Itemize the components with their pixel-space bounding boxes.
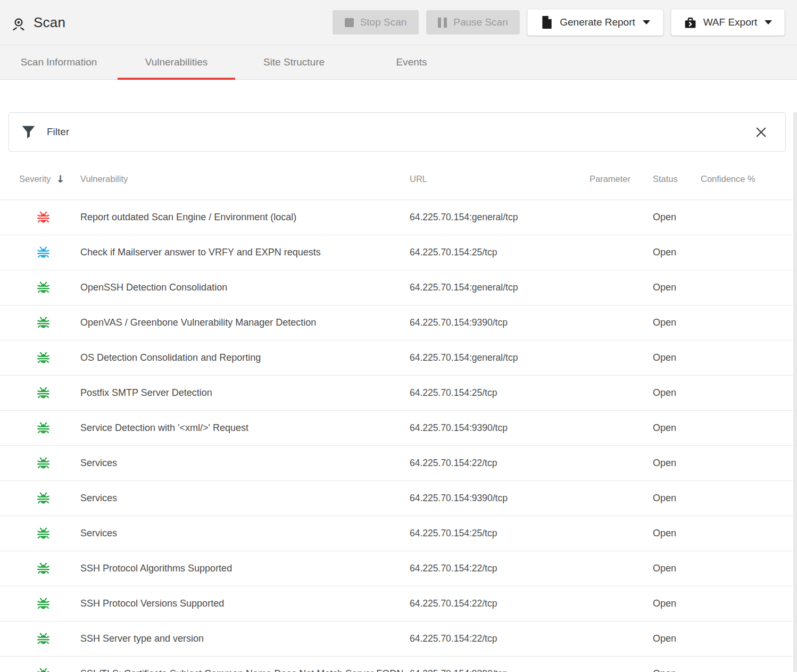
filter-bar[interactable]: Filter xyxy=(9,112,786,152)
severity-cell xyxy=(0,633,80,645)
pause-scan-label: Pause Scan xyxy=(453,16,508,28)
vulnerability-name: Postfix SMTP Server Detection xyxy=(80,387,410,399)
table-row[interactable]: Services 64.225.70.154:9390/tcp Open xyxy=(0,481,797,516)
table-row[interactable]: Report outdated Scan Engine / Environmen… xyxy=(0,200,797,235)
vulnerability-name: Services xyxy=(80,458,410,469)
severity-header-label: Severity xyxy=(19,174,51,184)
bug-icon xyxy=(37,387,49,399)
table-row[interactable]: SSH Protocol Algorithms Supported 64.225… xyxy=(0,551,797,586)
vulnerability-url: 64.225.70.154:9390/tcp xyxy=(410,317,590,328)
severity-cell xyxy=(0,527,80,540)
vulnerability-url: 64.225.70.154:22/tcp xyxy=(410,598,590,609)
bug-icon xyxy=(37,492,49,504)
generate-report-button[interactable]: Generate Report xyxy=(527,9,663,36)
vulnerability-status: Open xyxy=(653,598,701,609)
vulnerability-status: Open xyxy=(653,282,701,293)
vulnerability-status: Open xyxy=(653,352,701,363)
table-header-row: Severity ↓ Vulnerability URL Parameter S… xyxy=(0,152,797,200)
table-row[interactable]: Services 64.225.70.154:22/tcp Open xyxy=(0,446,797,481)
severity-cell xyxy=(0,492,80,504)
table-row[interactable]: SSL/TLS: Certificate Subject Common Name… xyxy=(0,657,797,672)
table-row[interactable]: Service Detection with '<xml/>' Request … xyxy=(0,411,797,446)
table-row[interactable]: OpenSSH Detection Consolidation 64.225.7… xyxy=(0,270,797,305)
waf-export-button[interactable]: WAF Export xyxy=(671,9,785,36)
vulnerability-url: 64.225.70.154:9390/tcp xyxy=(410,668,590,672)
vulnerability-name: OS Detection Consolidation and Reporting xyxy=(80,352,410,363)
severity-cell xyxy=(0,387,80,399)
table-row[interactable]: Services 64.225.70.154:25/tcp Open xyxy=(0,516,797,551)
vulnerability-status: Open xyxy=(653,212,701,223)
scan-target-icon xyxy=(11,14,27,30)
tab-vulnerabilities[interactable]: Vulnerabilities xyxy=(118,45,235,79)
table-row[interactable]: Postfix SMTP Server Detection 64.225.70.… xyxy=(0,376,797,411)
vulnerability-url: 64.225.70.154:22/tcp xyxy=(410,633,590,644)
main-content: Filter Severity ↓ Vulnerability URL Para… xyxy=(0,112,797,672)
vulnerability-name: OpenVAS / Greenbone Vulnerability Manage… xyxy=(80,317,410,328)
vulnerability-url: 64.225.70.154:9390/tcp xyxy=(410,422,590,434)
table-row[interactable]: SSH Server type and version 64.225.70.15… xyxy=(0,621,797,657)
sort-descending-icon: ↓ xyxy=(56,173,65,185)
vulnerability-name: SSH Protocol Algorithms Supported xyxy=(80,563,410,574)
table-row[interactable]: OpenVAS / Greenbone Vulnerability Manage… xyxy=(0,305,797,341)
caret-down-icon xyxy=(765,20,772,24)
pause-icon xyxy=(438,18,447,28)
close-icon xyxy=(755,126,767,138)
vulnerability-status: Open xyxy=(653,633,701,644)
vulnerability-name: SSH Server type and version xyxy=(80,633,410,644)
vulnerability-url: 64.225.70.154:25/tcp xyxy=(410,528,590,539)
tab-events[interactable]: Events xyxy=(353,45,470,79)
vulnerability-status: Open xyxy=(653,247,701,258)
severity-cell xyxy=(0,211,80,223)
clear-filter-button[interactable] xyxy=(753,124,769,140)
stop-icon xyxy=(345,18,354,27)
table-row[interactable]: SSH Protocol Versions Supported 64.225.7… xyxy=(0,586,797,621)
table-row[interactable]: OS Detection Consolidation and Reporting… xyxy=(0,341,797,376)
severity-cell xyxy=(0,281,80,294)
vertical-scrollbar[interactable] xyxy=(793,112,797,672)
vulnerability-status: Open xyxy=(653,387,701,399)
vulnerability-name: SSH Protocol Versions Supported xyxy=(80,598,410,609)
vulnerability-url: 64.225.70.154:25/tcp xyxy=(410,247,590,258)
severity-cell xyxy=(0,422,80,434)
brand: Scan xyxy=(11,14,65,31)
caret-down-icon xyxy=(643,20,650,24)
vulnerability-url: 64.225.70.154:25/tcp xyxy=(410,387,590,399)
stop-scan-button[interactable]: Stop Scan xyxy=(333,10,419,35)
vulnerability-table-body: Report outdated Scan Engine / Environmen… xyxy=(0,200,797,672)
severity-cell xyxy=(0,562,80,575)
topbar-actions: Stop Scan Pause Scan Generate Report xyxy=(333,9,785,36)
bug-icon xyxy=(37,211,49,223)
filter-icon xyxy=(21,125,36,139)
filter-label: Filter xyxy=(47,126,69,138)
document-icon xyxy=(541,15,553,29)
vulnerability-status: Open xyxy=(653,528,701,539)
column-header-vulnerability[interactable]: Vulnerability xyxy=(80,174,410,184)
column-header-confidence[interactable]: Confidence % xyxy=(701,174,797,184)
column-header-severity[interactable]: Severity ↓ xyxy=(0,173,80,185)
vulnerability-url: 64.225.70.154:22/tcp xyxy=(410,458,590,469)
column-header-url[interactable]: URL xyxy=(410,174,590,184)
bug-icon xyxy=(37,562,49,575)
bug-icon xyxy=(37,668,49,672)
tab-bar: Scan Information Vulnerabilities Site St… xyxy=(0,45,797,80)
bug-icon xyxy=(37,246,49,259)
vulnerability-status: Open xyxy=(653,317,701,328)
column-header-parameter[interactable]: Parameter xyxy=(590,174,653,184)
vulnerability-url: 64.225.70.154:general/tcp xyxy=(410,352,590,363)
tab-site-structure[interactable]: Site Structure xyxy=(235,45,353,79)
top-bar: Scan Stop Scan Pause Scan Generate Repor… xyxy=(0,0,797,45)
vulnerability-url: 64.225.70.154:22/tcp xyxy=(410,563,590,574)
severity-cell xyxy=(0,457,80,469)
bug-icon xyxy=(37,352,49,364)
vulnerability-status: Open xyxy=(653,493,701,504)
vulnerability-name: Services xyxy=(80,493,410,504)
tab-scan-information[interactable]: Scan Information xyxy=(0,45,118,79)
severity-cell xyxy=(0,317,80,329)
table-row[interactable]: Check if Mailserver answer to VRFY and E… xyxy=(0,235,797,270)
pause-scan-button[interactable]: Pause Scan xyxy=(426,10,520,35)
column-header-status[interactable]: Status xyxy=(653,174,701,184)
waf-export-label: WAF Export xyxy=(703,16,758,28)
bug-icon xyxy=(37,598,49,610)
vulnerability-name: SSL/TLS: Certificate Subject Common Name… xyxy=(80,668,410,672)
vulnerability-status: Open xyxy=(653,422,701,434)
